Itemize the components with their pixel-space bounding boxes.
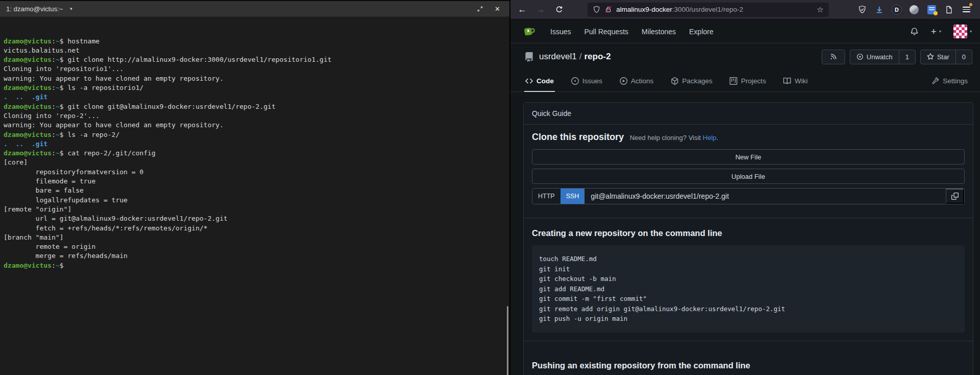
tab-projects[interactable]: Projects xyxy=(729,70,767,91)
push-repo-section: Pushing an existing repository from the … xyxy=(524,341,973,375)
terminal-tab-caret-icon[interactable]: ▾ xyxy=(70,6,73,11)
quick-guide-panel: Quick Guide Clone this repository Need h… xyxy=(523,102,973,375)
terminal-line: dzamo@victus:~$ ls -a repositorio1/ xyxy=(4,83,504,92)
code-icon xyxy=(525,77,533,85)
upload-file-button[interactable]: Upload File xyxy=(532,169,965,184)
caret-down-icon: ▾ xyxy=(970,29,972,34)
book-icon xyxy=(783,77,791,85)
star-label: Star xyxy=(937,53,949,61)
url-text: almalinux9-docker:3000/usrdevel1/repo-2 xyxy=(616,6,743,13)
tab-actions[interactable]: Actions xyxy=(619,70,655,91)
issue-icon xyxy=(571,77,579,85)
clone-url-input[interactable] xyxy=(585,189,946,204)
repo-name-link[interactable]: repo-2 xyxy=(584,52,611,61)
downloads-icon[interactable] xyxy=(874,4,885,15)
forward-icon: → xyxy=(533,3,548,17)
browser-window: ← → xyxy=(509,0,980,375)
new-file-button[interactable]: New File xyxy=(532,149,965,165)
create-new-button[interactable]: + ▾ xyxy=(931,27,941,36)
tab-packages[interactable]: Packages xyxy=(670,70,713,91)
http-protocol-button[interactable]: HTTP xyxy=(532,189,561,204)
extension-globe-icon[interactable] xyxy=(908,4,920,15)
watch-count[interactable]: 1 xyxy=(899,50,915,64)
terminal-line: url = git@almalinux9-docker:usrdevel1/re… xyxy=(4,214,504,223)
copy-icon xyxy=(951,193,959,200)
gitea-logo-icon[interactable] xyxy=(522,24,537,39)
terminal-output[interactable]: dzamo@victus:~$ hostnamevictus.balaitus.… xyxy=(4,17,504,375)
play-icon xyxy=(620,77,627,85)
tab-wiki[interactable]: Wiki xyxy=(782,70,809,91)
insecure-lock-icon[interactable] xyxy=(604,6,612,13)
terminal-line: Cloning into 'repositorio1'... xyxy=(4,64,504,74)
unwatch-label: Unwatch xyxy=(867,53,893,61)
clone-section: Clone this repository Need help cloning?… xyxy=(524,125,973,218)
gitea-page: Issues Pull Requests Milestones Explore … xyxy=(510,20,980,375)
nav-item-issues[interactable]: Issues xyxy=(550,28,571,36)
terminal-title: 1: dzamo@victus:~ xyxy=(6,5,63,13)
terminal-line: fetch = +refs/heads/*:refs/remotes/origi… xyxy=(4,224,504,233)
url-bar[interactable]: almalinux9-docker:3000/usrdevel1/repo-2 … xyxy=(588,3,829,17)
create-repo-section: Creating a new repository on the command… xyxy=(524,218,973,341)
star-icon xyxy=(927,53,934,60)
back-icon[interactable]: ← xyxy=(515,3,530,17)
terminal-close-icon[interactable]: ✕ xyxy=(495,5,500,13)
terminal-line: logallrefupdates = true xyxy=(4,196,504,205)
main-content: Quick Guide Clone this repository Need h… xyxy=(510,92,980,375)
notifications-bell-icon[interactable] xyxy=(910,27,919,36)
tracking-protection-shield-icon[interactable] xyxy=(856,4,868,15)
menu-icon[interactable] xyxy=(961,4,972,15)
terminal-line: [remote "origin"] xyxy=(4,205,504,214)
terminal-line: bare = false xyxy=(4,186,504,195)
unwatch-button[interactable]: Unwatch 1 xyxy=(850,50,916,64)
ssh-protocol-button[interactable]: SSH xyxy=(561,189,585,204)
terminal-line: filemode = true xyxy=(4,177,504,186)
rss-button[interactable] xyxy=(822,50,845,64)
terminal-line: remote = origin xyxy=(4,242,504,251)
extension-page-icon[interactable] xyxy=(943,4,954,15)
bookmark-star-icon[interactable]: ☆ xyxy=(817,5,824,14)
terminal-line: merge = refs/heads/main xyxy=(4,251,504,261)
star-button[interactable]: Star 0 xyxy=(920,50,972,64)
url-path: :3000/usrdevel1/repo-2 xyxy=(672,6,743,13)
terminal-window: 1: dzamo@victus:~ ▾ ✕ dzamo@victus:~$ ho… xyxy=(0,0,509,375)
tools-icon xyxy=(931,77,939,85)
push-repo-heading: Pushing an existing repository from the … xyxy=(532,361,965,370)
menu-notification-dot xyxy=(969,3,972,6)
repo-header: usrdevel1/repo-2 xyxy=(510,43,980,70)
terminal-line: dzamo@victus:~$ xyxy=(4,261,504,270)
nav-item-explore[interactable]: Explore xyxy=(689,28,713,36)
terminal-line: [branch "main"] xyxy=(4,233,504,242)
nav-item-pull-requests[interactable]: Pull Requests xyxy=(584,28,628,36)
terminal-line: warning: You appear to have cloned an em… xyxy=(4,121,504,130)
tab-issues[interactable]: Issues xyxy=(570,70,603,91)
repo-title: usrdevel1/repo-2 xyxy=(539,52,611,62)
copy-url-button[interactable] xyxy=(946,189,964,204)
avatar xyxy=(953,25,967,38)
user-menu[interactable]: ▾ xyxy=(953,25,972,38)
tab-settings[interactable]: Settings xyxy=(930,70,969,91)
caret-down-icon: ▾ xyxy=(939,29,941,34)
terminal-titlebar: 1: dzamo@victus:~ ▾ ✕ xyxy=(0,1,509,17)
terminal-scrollbar[interactable] xyxy=(507,306,508,375)
terminal-line: victus.balaitus.net xyxy=(4,46,504,55)
reload-icon[interactable] xyxy=(551,3,567,17)
repo-owner-link[interactable]: usrdevel1 xyxy=(539,52,577,61)
terminal-line: [core] xyxy=(4,158,504,167)
extension-d-icon[interactable]: D xyxy=(891,4,902,15)
shield-icon[interactable] xyxy=(593,6,600,13)
create-repo-code-block: touch README.md git init git checkout -b… xyxy=(532,245,965,333)
create-repo-heading: Creating a new repository on the command… xyxy=(532,228,965,238)
tab-code[interactable]: Code xyxy=(524,70,555,91)
package-icon xyxy=(671,77,679,85)
star-count[interactable]: 0 xyxy=(955,50,972,64)
quick-guide-header: Quick Guide xyxy=(524,103,973,125)
terminal-line: dzamo@victus:~$ ls -a repo-2/ xyxy=(4,130,504,139)
nav-item-milestones[interactable]: Milestones xyxy=(642,28,676,36)
terminal-line: dzamo@victus:~$ git clone http://almalin… xyxy=(4,55,504,64)
terminal-line: Cloning into 'repo-2'... xyxy=(4,111,504,121)
repo-separator: / xyxy=(579,52,582,61)
extension-document-icon[interactable] xyxy=(926,4,937,15)
terminal-restore-icon[interactable] xyxy=(477,6,483,12)
help-link[interactable]: Help xyxy=(703,134,716,142)
gitea-navbar: Issues Pull Requests Milestones Explore … xyxy=(510,20,980,43)
